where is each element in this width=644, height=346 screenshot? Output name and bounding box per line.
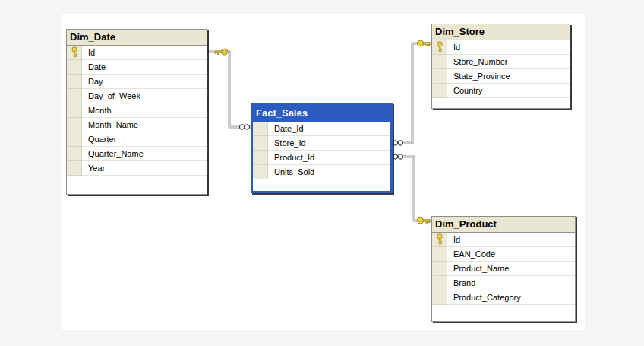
column-name: Product_Category (447, 290, 575, 304)
row-selector[interactable] (253, 165, 268, 179)
table-row[interactable]: Product_Id (253, 151, 390, 165)
row-selector[interactable] (67, 89, 82, 103)
row-selector[interactable] (67, 118, 82, 132)
table-row[interactable]: Id (432, 40, 570, 55)
column-name: Quarter (82, 132, 207, 146)
table-dim-store[interactable]: Dim_Store Id Store_Number State_Province… (431, 24, 570, 109)
row-selector[interactable] (67, 161, 82, 176)
column-name: Id (447, 233, 575, 246)
row-selector[interactable] (67, 75, 82, 89)
primary-key-icon (436, 41, 444, 53)
column-name: Day (82, 75, 207, 88)
table-dim-date[interactable]: Dim_Date Id Date Day Day_of_Week Month M… (66, 29, 207, 195)
column-name: EAN_Code (447, 247, 575, 261)
table-title-dim-store[interactable]: Dim_Store (432, 24, 570, 40)
table-empty-area (432, 305, 575, 321)
column-name: Date_Id (268, 122, 390, 135)
row-selector[interactable] (432, 262, 447, 276)
table-row[interactable]: Year (67, 161, 207, 176)
table-row[interactable]: Store_Id (253, 136, 390, 151)
table-row[interactable]: Country (432, 84, 570, 98)
row-selector[interactable] (67, 103, 82, 118)
table-row[interactable]: Units_Sold (253, 165, 390, 179)
row-selector[interactable] (253, 136, 268, 151)
row-selector[interactable] (432, 233, 447, 247)
database-diagram-window: Dim_Date Id Date Day Day_of_Week Month M… (0, 0, 644, 346)
column-name: Store_Number (447, 55, 570, 68)
table-empty-area (253, 179, 390, 191)
table-row[interactable]: Store_Number (432, 55, 570, 69)
column-name: Month (82, 103, 207, 117)
column-name: Id (447, 40, 570, 54)
table-title-dim-date[interactable]: Dim_Date (67, 30, 207, 46)
table-row[interactable]: Id (67, 46, 207, 60)
table-dim-product[interactable]: Dim_Product Id EAN_Code Product_Name Bra… (431, 216, 576, 322)
table-empty-area (432, 98, 570, 108)
table-row[interactable]: Day_of_Week (67, 89, 207, 103)
column-name: Year (82, 161, 207, 175)
row-selector[interactable] (432, 40, 447, 55)
table-row[interactable]: Day (67, 75, 207, 89)
table-row[interactable]: Month (67, 103, 207, 118)
table-row[interactable]: Brand (432, 276, 575, 290)
row-selector[interactable] (67, 147, 82, 161)
table-row[interactable]: State_Province (432, 69, 570, 84)
row-selector[interactable] (432, 84, 447, 98)
table-row[interactable]: EAN_Code (432, 247, 575, 262)
row-selector[interactable] (432, 69, 447, 84)
primary-key-icon (71, 46, 78, 59)
column-name: Product_Name (447, 262, 575, 275)
table-empty-area (67, 176, 207, 194)
column-name: Country (447, 84, 570, 97)
table-fact-sales[interactable]: Fact_Sales Date_Id Store_Id Product_Id U… (251, 103, 393, 193)
row-selector[interactable] (432, 290, 447, 305)
table-row[interactable]: Product_Name (432, 262, 575, 276)
table-row[interactable]: Date_Id (253, 122, 390, 136)
table-row[interactable]: Date (67, 60, 207, 75)
row-selector[interactable] (253, 151, 268, 165)
row-selector[interactable] (432, 276, 447, 290)
column-name: Id (82, 46, 207, 59)
column-name: Brand (447, 276, 575, 290)
column-name: Quarter_Name (82, 147, 207, 160)
row-selector[interactable] (67, 60, 82, 75)
row-selector[interactable] (67, 46, 82, 60)
column-name: Date (82, 60, 207, 74)
column-name: State_Province (447, 69, 570, 83)
table-row[interactable]: Month_Name (67, 118, 207, 132)
column-name: Units_Sold (268, 165, 390, 179)
column-name: Day_of_Week (82, 89, 207, 103)
row-selector[interactable] (67, 132, 82, 147)
table-row[interactable]: Quarter (67, 132, 207, 147)
table-title-fact-sales[interactable]: Fact_Sales (253, 105, 390, 122)
row-selector[interactable] (432, 55, 447, 69)
row-selector[interactable] (253, 122, 268, 136)
column-name: Product_Id (268, 151, 390, 164)
table-row[interactable]: Quarter_Name (67, 147, 207, 161)
table-row[interactable]: Id (432, 233, 575, 247)
column-name: Store_Id (268, 136, 390, 150)
row-selector[interactable] (432, 247, 447, 262)
table-row[interactable]: Product_Category (432, 290, 575, 305)
table-title-dim-product[interactable]: Dim_Product (432, 217, 575, 233)
primary-key-icon (436, 233, 444, 246)
column-name: Month_Name (82, 118, 207, 132)
